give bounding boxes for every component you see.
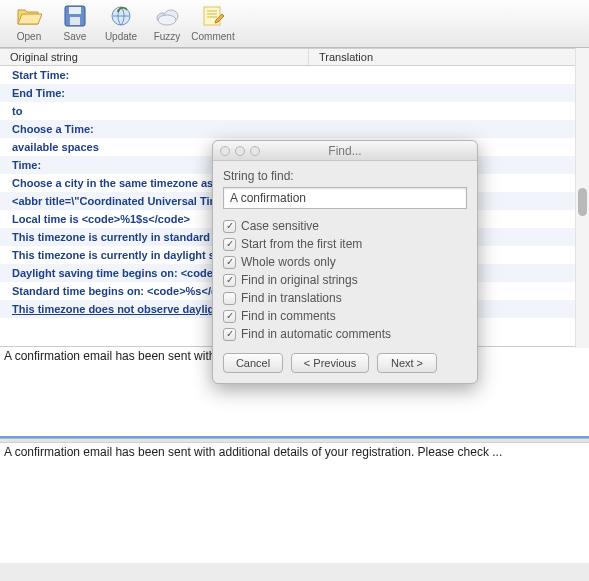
checkbox-trans[interactable] xyxy=(223,292,236,305)
fuzzy-button[interactable]: Fuzzy xyxy=(144,2,190,45)
comment-button[interactable]: Comment xyxy=(190,2,236,45)
open-label: Open xyxy=(17,31,41,42)
dialog-titlebar[interactable]: Find... xyxy=(213,141,477,161)
floppy-icon xyxy=(61,2,89,30)
checkbox-whole[interactable]: ✓ xyxy=(223,256,236,269)
checkbox-first-label: Start from the first item xyxy=(241,237,362,251)
open-button[interactable]: Open xyxy=(6,2,52,45)
update-label: Update xyxy=(105,31,137,42)
checkbox-trans-label: Find in translations xyxy=(241,291,342,305)
folder-open-icon xyxy=(15,2,43,30)
list-item[interactable]: Start Time: xyxy=(0,66,589,84)
next-button[interactable]: Next > xyxy=(377,353,437,373)
checkbox-comm[interactable]: ✓ xyxy=(223,310,236,323)
checkbox-auto-label: Find in automatic comments xyxy=(241,327,391,341)
translation-text: A confirmation email has been sent with … xyxy=(4,445,502,459)
column-original[interactable]: Original string xyxy=(0,49,309,65)
find-label: String to find: xyxy=(223,169,467,183)
list-item[interactable]: Choose a Time: xyxy=(0,120,589,138)
checkbox-case-label: Case sensitive xyxy=(241,219,319,233)
translation-pane[interactable]: A confirmation email has been sent with … xyxy=(0,443,589,563)
checkbox-first[interactable]: ✓ xyxy=(223,238,236,251)
close-icon[interactable] xyxy=(220,146,230,156)
comment-label: Comment xyxy=(191,31,234,42)
note-pencil-icon xyxy=(199,2,227,30)
list-item[interactable]: End Time: xyxy=(0,84,589,102)
checkbox-comm-label: Find in comments xyxy=(241,309,336,323)
checkbox-whole-label: Whole words only xyxy=(241,255,336,269)
cancel-button[interactable]: Cancel xyxy=(223,353,283,373)
find-dialog: Find... String to find: ✓Case sensitive … xyxy=(212,140,478,384)
svg-rect-2 xyxy=(70,17,80,25)
save-label: Save xyxy=(64,31,87,42)
update-button[interactable]: Update xyxy=(98,2,144,45)
checkbox-case[interactable]: ✓ xyxy=(223,220,236,233)
fuzzy-label: Fuzzy xyxy=(154,31,181,42)
globe-refresh-icon xyxy=(107,2,135,30)
toolbar: Open Save Update Fuzzy Comment xyxy=(0,0,589,48)
zoom-icon[interactable] xyxy=(250,146,260,156)
minimize-icon[interactable] xyxy=(235,146,245,156)
column-translation[interactable]: Translation xyxy=(309,49,589,65)
previous-button[interactable]: < Previous xyxy=(291,353,369,373)
checkbox-orig[interactable]: ✓ xyxy=(223,274,236,287)
column-headers: Original string Translation xyxy=(0,48,589,66)
scrollbar-thumb[interactable] xyxy=(578,188,587,216)
list-item[interactable]: to xyxy=(0,102,589,120)
scrollbar[interactable] xyxy=(575,48,589,348)
checkbox-auto[interactable]: ✓ xyxy=(223,328,236,341)
cloud-icon xyxy=(153,2,181,30)
svg-rect-1 xyxy=(69,7,81,14)
find-input[interactable] xyxy=(223,187,467,209)
checkbox-orig-label: Find in original strings xyxy=(241,273,358,287)
save-button[interactable]: Save xyxy=(52,2,98,45)
svg-point-6 xyxy=(158,15,176,25)
